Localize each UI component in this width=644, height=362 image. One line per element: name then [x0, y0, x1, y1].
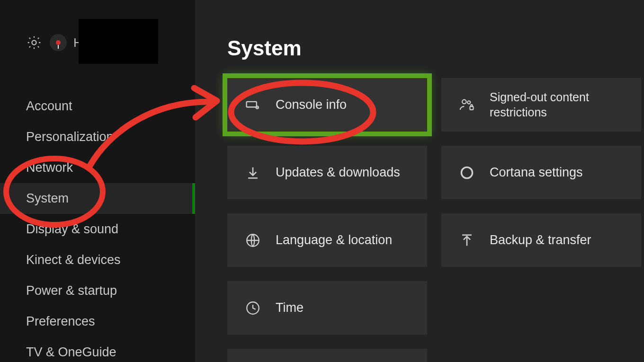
avatar: [50, 34, 67, 51]
tile-updates-downloads[interactable]: Updates & downloads: [227, 146, 427, 199]
svg-point-0: [32, 40, 36, 44]
sidebar-item-label: System: [26, 191, 69, 206]
sidebar: H Account Personalization Network System…: [0, 0, 196, 362]
tile-backup-transfer[interactable]: Backup & transfer: [441, 213, 641, 267]
svg-point-10: [461, 167, 472, 178]
main-panel: System Console info: [195, 0, 644, 362]
tile-column-left: Console info Updates & downloads: [227, 78, 427, 362]
upload-icon: [458, 232, 475, 249]
tile-grid: Console info Updates & downloads: [227, 78, 641, 362]
tile-column-right: Signed-out content restrictions Cortana …: [441, 78, 641, 362]
svg-rect-1: [247, 101, 257, 106]
sidebar-item-personalization[interactable]: Personalization: [0, 122, 195, 152]
clock-icon: [244, 300, 261, 317]
profile-row[interactable]: H: [26, 28, 82, 57]
page-title: System: [227, 36, 302, 60]
storage-icon: [244, 360, 261, 362]
tile-label: Console info: [276, 97, 347, 112]
sidebar-item-label: Personalization: [26, 130, 114, 144]
sidebar-item-label: Network: [26, 160, 73, 175]
tile-label: Updates & downloads: [276, 165, 400, 180]
sidebar-item-display-sound[interactable]: Display & sound: [0, 214, 195, 245]
sidebar-item-network[interactable]: Network: [0, 152, 195, 183]
tile-label: Cortana settings: [490, 165, 583, 180]
tile-label: Storage: [276, 360, 321, 362]
sidebar-item-tv-oneguide[interactable]: TV & OneGuide: [0, 337, 195, 362]
svg-point-7: [462, 99, 466, 104]
tile-storage[interactable]: Storage: [227, 349, 427, 362]
sidebar-item-label: Account: [26, 99, 72, 114]
tile-cortana-settings[interactable]: Cortana settings: [441, 146, 641, 199]
sidebar-item-preferences[interactable]: Preferences: [0, 306, 195, 337]
tile-language-location[interactable]: Language & location: [227, 213, 427, 267]
sidebar-item-system[interactable]: System: [0, 183, 195, 214]
tile-label: Language & location: [276, 233, 392, 247]
console-icon: [244, 97, 261, 114]
sidebar-item-label: Power & startup: [26, 283, 117, 298]
sidebar-item-power-startup[interactable]: Power & startup: [0, 275, 195, 306]
people-lock-icon: [458, 97, 475, 114]
download-icon: [244, 164, 261, 181]
tile-time[interactable]: Time: [227, 281, 427, 335]
sidebar-item-kinect-devices[interactable]: Kinect & devices: [0, 245, 195, 275]
svg-rect-9: [470, 106, 473, 109]
gear-icon: [26, 35, 42, 51]
globe-icon: [244, 232, 261, 249]
tile-label: Signed-out content restrictions: [490, 90, 622, 120]
sidebar-items: Account Personalization Network System D…: [0, 91, 195, 362]
tile-console-info[interactable]: Console info: [227, 78, 427, 132]
tile-label: Time: [276, 300, 304, 315]
svg-point-8: [467, 101, 470, 104]
cortana-icon: [458, 164, 475, 181]
tile-label: Backup & transfer: [490, 233, 591, 247]
sidebar-item-account[interactable]: Account: [0, 91, 195, 122]
sidebar-item-label: Kinect & devices: [26, 253, 121, 267]
sidebar-item-label: Preferences: [26, 314, 95, 329]
sidebar-item-label: Display & sound: [26, 222, 118, 237]
redaction-box: [79, 19, 158, 64]
sidebar-item-label: TV & OneGuide: [26, 345, 116, 360]
tile-signedout-restrictions[interactable]: Signed-out content restrictions: [441, 78, 641, 132]
